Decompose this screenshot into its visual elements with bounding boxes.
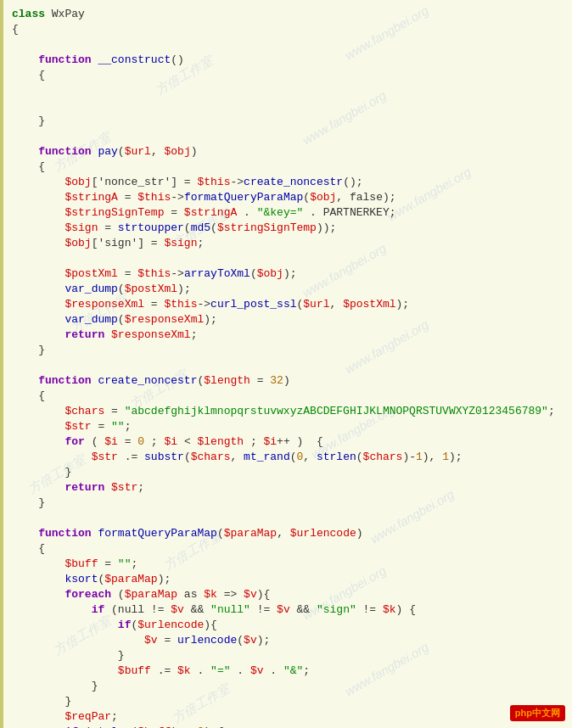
code-line-28: for ( $i = 0 ; $i < $length ; $i++ ) { — [0, 434, 572, 450]
code-text-0: class WxPay — [0, 7, 85, 22]
code-line-7: } — [0, 114, 572, 129]
code-text-7: } — [0, 114, 45, 129]
code-line-21: return $responseXml; — [0, 328, 572, 343]
code-line-47: if (strlen($buff) > 0) { — [0, 725, 572, 728]
code-line-12: $stringA = $this->formatQueryParaMap($ob… — [0, 190, 572, 205]
code-text-3: function __construct() — [0, 53, 184, 68]
code-text-14: $sign = strtoupper(md5($stringSignTemp))… — [0, 221, 336, 236]
code-text-45: } — [0, 694, 71, 709]
code-line-46: $reqPar; — [0, 709, 572, 725]
code-text-18: var_dump($postXml); — [0, 282, 191, 297]
code-line-4: { — [0, 68, 572, 83]
badge-label: 中文网 — [532, 708, 560, 718]
code-line-42: } — [0, 648, 572, 664]
code-line-17: $postXml = $this->arrayToXml($obj); — [0, 266, 572, 282]
code-text-36: $buff = ""; — [0, 557, 137, 572]
code-text-28: for ( $i = 0 ; $i < $length ; $i++ ) { — [0, 434, 323, 450]
code-line-43: $buff .= $k . "=" . $v . "&"; — [0, 664, 572, 679]
code-text-43: $buff .= $k . "=" . $v . "&"; — [0, 664, 310, 679]
code-line-31: return $str; — [0, 480, 572, 496]
code-text-44: } — [0, 679, 98, 694]
code-line-15: $obj['sign'] = $sign; — [0, 236, 572, 251]
code-container: class WxPay{ function __construct() { } … — [0, 0, 572, 728]
code-line-22: } — [0, 343, 572, 358]
code-text-11: $obj['nonce_str'] = $this->create_nonces… — [0, 175, 363, 190]
code-text-17: $postXml = $this->arrayToXml($obj); — [0, 266, 297, 282]
code-line-27: $str = ""; — [0, 419, 572, 434]
code-line-18: var_dump($postXml); — [0, 282, 572, 297]
code-line-1: { — [0, 22, 572, 37]
code-line-34: function formatQueryParaMap($paraMap, $u… — [0, 526, 572, 541]
code-text-10: { — [0, 160, 45, 175]
code-text-15: $obj['sign'] = $sign; — [0, 236, 204, 251]
code-text-13: $stringSignTemp = $stringA . "&key=" . P… — [0, 205, 396, 221]
code-line-10: { — [0, 160, 572, 175]
code-line-20: var_dump($responseXml); — [0, 312, 572, 328]
code-line-24: function create_noncestr($length = 32) — [0, 373, 572, 389]
code-text-22: } — [0, 343, 45, 358]
code-line-33 — [0, 511, 572, 526]
code-line-23 — [0, 358, 572, 373]
code-text-25: { — [0, 389, 45, 404]
code-line-5 — [0, 83, 572, 98]
code-text-34: function formatQueryParaMap($paraMap, $u… — [0, 526, 363, 541]
code-text-19: $responseXml = $this->curl_post_ssl($url… — [0, 297, 409, 312]
code-text-12: $stringA = $this->formatQueryParaMap($ob… — [0, 190, 396, 205]
code-line-25: { — [0, 389, 572, 404]
code-line-3: function __construct() — [0, 53, 572, 68]
code-line-29: $str .= substr($chars, mt_rand(0, strlen… — [0, 450, 572, 465]
badge-prefix: php — [515, 708, 532, 718]
code-line-40: if($urlencode){ — [0, 618, 572, 633]
code-line-39: if (null != $v && "null" != $v && "sign"… — [0, 602, 572, 618]
code-text-37: ksort($paraMap); — [0, 572, 171, 587]
code-line-41: $v = urlencode($v); — [0, 633, 572, 648]
code-text-24: function create_noncestr($length = 32) — [0, 373, 290, 389]
code-text-32: } — [0, 496, 45, 511]
code-text-21: return $responseXml; — [0, 328, 197, 343]
code-text-35: { — [0, 541, 45, 557]
code-line-16 — [0, 251, 572, 266]
code-line-13: $stringSignTemp = $stringA . "&key=" . P… — [0, 205, 572, 221]
left-gutter-bar — [0, 0, 3, 728]
code-text-31: return $str; — [0, 480, 144, 496]
code-line-26: $chars = "abcdefghijklmnopqrstuvwxyzABCD… — [0, 404, 572, 419]
site-badge: php中文网 — [510, 705, 565, 721]
code-line-14: $sign = strtoupper(md5($stringSignTemp))… — [0, 221, 572, 236]
code-line-36: $buff = ""; — [0, 557, 572, 572]
code-text-42: } — [0, 648, 125, 664]
code-text-4: { — [0, 68, 45, 83]
code-line-0: class WxPay — [0, 7, 572, 22]
code-line-35: { — [0, 541, 572, 557]
code-text-40: if($urlencode){ — [0, 618, 217, 633]
code-text-20: var_dump($responseXml); — [0, 312, 217, 328]
code-text-26: $chars = "abcdefghijklmnopqrstuvwxyzABCD… — [0, 404, 555, 419]
code-line-2 — [0, 37, 572, 53]
code-text-29: $str .= substr($chars, mt_rand(0, strlen… — [0, 450, 463, 465]
code-text-46: $reqPar; — [0, 709, 118, 725]
code-text-39: if (null != $v && "null" != $v && "sign"… — [0, 602, 416, 618]
code-text-47: if (strlen($buff) > 0) { — [0, 725, 224, 728]
code-text-30: } — [0, 465, 71, 480]
code-text-27: $str = ""; — [0, 419, 131, 434]
code-line-37: ksort($paraMap); — [0, 572, 572, 587]
code-text-41: $v = urlencode($v); — [0, 633, 270, 648]
code-line-45: } — [0, 694, 572, 709]
code-line-19: $responseXml = $this->curl_post_ssl($url… — [0, 297, 572, 312]
code-line-11: $obj['nonce_str'] = $this->create_nonces… — [0, 175, 572, 190]
code-line-8 — [0, 129, 572, 144]
code-line-32: } — [0, 496, 572, 511]
code-line-30: } — [0, 465, 572, 480]
code-text-38: foreach ($paraMap as $k => $v){ — [0, 587, 270, 602]
code-text-9: function pay($url, $obj) — [0, 144, 198, 160]
code-line-9: function pay($url, $obj) — [0, 144, 572, 160]
code-line-44: } — [0, 679, 572, 694]
code-line-6 — [0, 98, 572, 114]
code-line-38: foreach ($paraMap as $k => $v){ — [0, 587, 572, 602]
